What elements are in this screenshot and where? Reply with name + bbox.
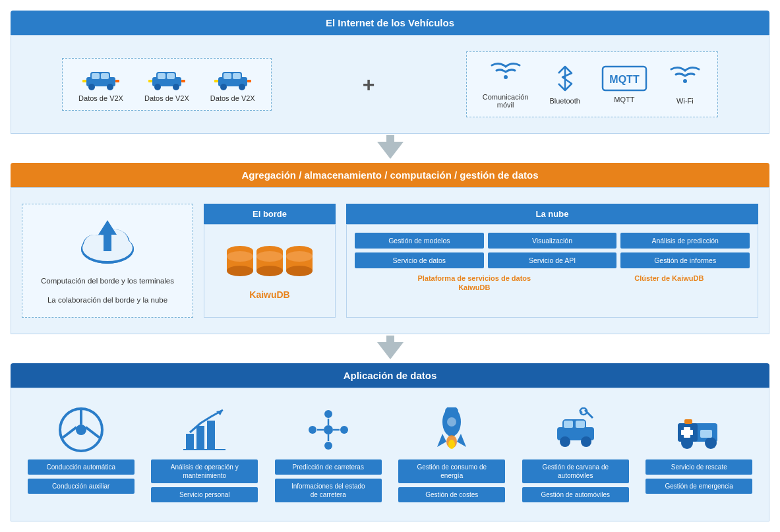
svg-point-44 (256, 266, 283, 276)
svg-point-18 (220, 84, 227, 90)
svg-point-66 (324, 442, 332, 450)
svg-point-64 (340, 426, 348, 434)
svg-rect-94 (700, 430, 712, 438)
iov-v2x-item-1: Datos de V2X (78, 67, 123, 102)
svg-point-49 (286, 251, 313, 262)
svg-marker-73 (437, 434, 446, 447)
aggregation-content-box: Computación del borde y los terminales L… (11, 187, 769, 334)
svg-rect-4 (92, 73, 100, 79)
iov-comm-mobile: Comunicación móvil (483, 60, 529, 109)
rocket-icon (429, 407, 474, 453)
svg-point-19 (239, 84, 245, 90)
chart-icon (182, 407, 227, 453)
iov-section: El Internet de los Vehículos (11, 11, 769, 134)
app-item-prediction: Predicción de carreteras Informaciones d… (269, 407, 388, 502)
iov-content-box: Datos de V2X (11, 35, 769, 134)
iov-comm-mqtt-label: MQTT (614, 96, 634, 103)
svg-point-63 (309, 426, 316, 434)
app-btn-road-pred: Predicción de carreteras (275, 459, 382, 475)
svg-point-2 (88, 84, 95, 90)
svg-rect-15 (181, 80, 185, 82)
agg-right-title: La nube (346, 204, 758, 224)
iov-comm-mobile-label: Comunicación móvil (483, 93, 529, 109)
bluetooth-icon (553, 64, 577, 93)
aggregation-section: Agregación / almacenamiento / computació… (11, 163, 769, 334)
app-btn-costs: Gestión de costes (398, 487, 505, 502)
svg-rect-57 (186, 434, 194, 450)
svg-point-81 (581, 436, 591, 447)
svg-point-62 (324, 425, 333, 434)
app-btn-personal: Servicio personal (151, 487, 258, 502)
svg-rect-59 (207, 421, 215, 450)
cloud-cluster-label: Clúster de KaiwuDB (591, 274, 747, 293)
agg-middle-panel: El borde (204, 204, 336, 318)
svg-rect-20 (224, 73, 231, 79)
svg-line-56 (86, 427, 100, 438)
cloud-upload-icon (75, 215, 140, 268)
agg-middle-title: El borde (204, 204, 336, 224)
app-btn-caravan: Gestión de carvana deautomóviles (522, 459, 629, 483)
svg-rect-13 (167, 73, 175, 79)
cloud-btn-4: Servicio de API (488, 252, 617, 268)
diagram: El Internet de los Vehículos (11, 11, 769, 521)
plus-sign: + (352, 73, 386, 97)
iov-content: Datos de V2X (22, 46, 758, 123)
iov-v2x-label-3: Datos de V2X (210, 94, 255, 102)
svg-point-80 (560, 436, 570, 447)
steering-icon (59, 407, 104, 453)
app-item-driving: Conducción automática Conducción auxilia… (22, 407, 140, 502)
svg-rect-21 (233, 73, 241, 79)
svg-point-11 (173, 84, 179, 90)
iov-comm-wifi: Wi-Fi (669, 64, 702, 105)
mobile-comm-icon (489, 60, 522, 89)
agg-middle-body: KaiwuDB (204, 224, 336, 318)
app-buttons-rescue: Servicio de rescate Gestión de emergenci… (640, 459, 759, 494)
svg-rect-83 (576, 421, 585, 428)
iov-comm-group: Comunicación móvil Bluetooth (466, 51, 718, 117)
iov-v2x-label-2: Datos de V2X (144, 94, 189, 102)
application-content-box: Conducción automática Conducción auxilia… (11, 388, 769, 521)
arrow-1 (11, 134, 769, 163)
network-icon (306, 407, 351, 453)
agg-right-panel: La nube Gestión de modelos Visualización… (346, 204, 758, 318)
svg-point-10 (154, 84, 161, 90)
application-title: Aplicación de datos (11, 363, 769, 388)
svg-rect-7 (115, 80, 119, 82)
svg-rect-29 (386, 135, 394, 147)
svg-rect-22 (214, 80, 218, 82)
arrow-2 (11, 334, 769, 363)
agg-left-panel: Computación del borde y los terminales L… (22, 204, 193, 318)
car-icon-3 (213, 67, 253, 90)
app-item-analysis: Análisis de operación ymantenimiento Ser… (146, 407, 264, 502)
agg-left-text-1: Computación del borde y los terminales (41, 276, 174, 287)
agg-right-body: Gestión de modelos Visualización Análisi… (346, 224, 758, 318)
app-buttons-fleet: Gestión de carvana deautomóviles Gestión… (516, 459, 635, 502)
svg-point-77 (448, 440, 455, 449)
svg-point-90 (681, 437, 693, 449)
svg-point-35 (84, 235, 105, 256)
app-btn-car-mgmt: Gestión de automóviles (522, 487, 629, 502)
car-tools-icon (552, 407, 599, 453)
app-btn-emergency: Gestión de emergencia (645, 479, 752, 494)
cloud-labels: Plataforma de servicios de datosKaiwuDB … (355, 274, 750, 293)
kaiwudb-label: KaiwuDB (249, 289, 289, 300)
car-icon-1 (81, 67, 121, 90)
app-item-rescue: Servicio de rescate Gestión de emergenci… (640, 407, 759, 502)
svg-point-40 (227, 266, 253, 276)
svg-rect-93 (681, 430, 693, 435)
svg-point-41 (227, 251, 253, 262)
svg-point-91 (705, 437, 717, 449)
iov-v2x-label-1: Datos de V2X (78, 94, 123, 102)
app-item-energy: Gestión de consumo deenergía Gestión de … (393, 407, 512, 502)
svg-rect-14 (148, 80, 152, 82)
svg-rect-95 (684, 419, 692, 424)
app-buttons-energy: Gestión de consumo deenergía Gestión de … (393, 459, 512, 502)
svg-point-75 (447, 417, 456, 427)
app-btn-ops: Análisis de operación ymantenimiento (151, 459, 258, 483)
svg-rect-23 (247, 80, 251, 82)
app-btn-auto: Conducción automática (28, 459, 135, 475)
cloud-btn-1: Visualización (488, 233, 617, 249)
svg-point-24 (504, 75, 508, 79)
svg-rect-12 (158, 73, 165, 79)
iov-comm-wifi-label: Wi-Fi (676, 97, 694, 105)
